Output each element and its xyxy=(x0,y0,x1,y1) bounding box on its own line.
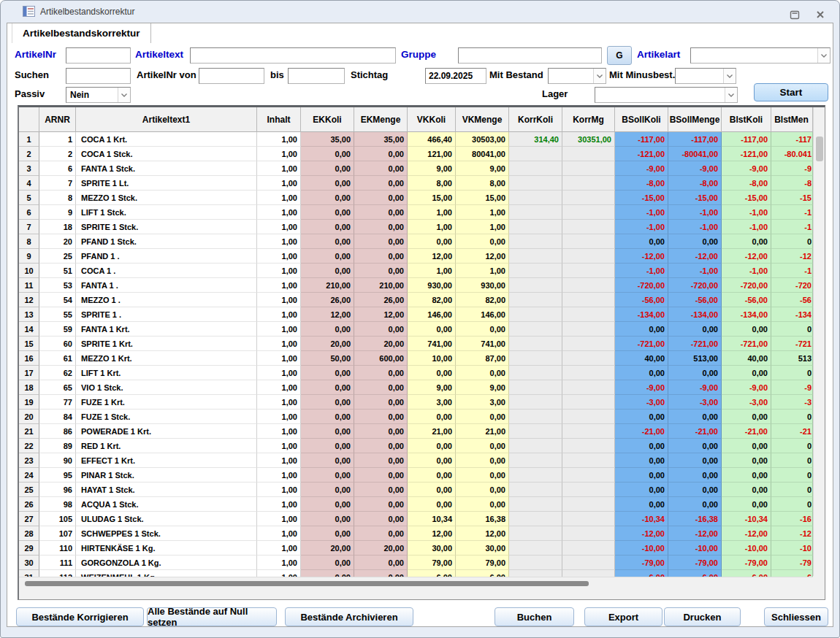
cell[interactable]: 930,00 xyxy=(456,278,509,293)
cell[interactable]: -21,00 xyxy=(668,424,722,439)
cell[interactable]: 15,00 xyxy=(456,191,509,205)
cell[interactable]: 1,00 xyxy=(257,147,301,161)
cell[interactable]: 1,00 xyxy=(257,264,301,278)
cell[interactable]: 8,00 xyxy=(408,176,456,191)
cell[interactable] xyxy=(509,322,562,337)
cell[interactable] xyxy=(562,191,615,205)
cell[interactable]: 16,38 xyxy=(456,512,509,526)
cell[interactable]: 0,00 xyxy=(722,439,771,453)
cell[interactable]: 0,00 xyxy=(301,220,354,234)
cell[interactable]: 0,00 xyxy=(301,264,354,278)
cell[interactable] xyxy=(562,453,615,468)
cell[interactable]: SPRITE 1 . xyxy=(76,307,257,322)
cell[interactable]: 0,00 xyxy=(354,380,408,395)
cell[interactable]: 1,00 xyxy=(257,337,301,351)
gruppe-input[interactable] xyxy=(458,47,602,64)
cell[interactable]: -8 xyxy=(771,176,813,191)
cell[interactable] xyxy=(562,234,615,249)
cell[interactable]: -56,00 xyxy=(668,293,722,307)
cell[interactable]: -79,00 xyxy=(722,556,771,570)
cell[interactable]: -3,00 xyxy=(615,395,668,410)
column-header[interactable]: BSollMenge xyxy=(668,107,722,132)
cell[interactable]: 0 xyxy=(771,439,813,453)
cell[interactable]: 0,00 xyxy=(301,453,354,468)
cell[interactable]: 1,00 xyxy=(257,191,301,205)
cell[interactable]: 59 xyxy=(39,322,76,337)
cell[interactable]: 0,00 xyxy=(668,410,722,424)
cell[interactable]: 0,00 xyxy=(456,453,509,468)
cell[interactable]: 0,00 xyxy=(301,410,354,424)
cell[interactable]: 7 xyxy=(39,176,76,191)
title-bar[interactable]: Artikelbestandskorrektur xyxy=(1,1,839,23)
cell[interactable]: -16 xyxy=(771,512,813,526)
cell[interactable] xyxy=(562,264,615,278)
cell[interactable]: 1,00 xyxy=(257,410,301,424)
cell[interactable]: -117,00 xyxy=(668,132,722,147)
cell[interactable] xyxy=(509,337,562,351)
cell[interactable]: 513,00 xyxy=(668,351,722,366)
cell[interactable]: -134,00 xyxy=(722,307,771,322)
cell[interactable]: 50,00 xyxy=(301,351,354,366)
alle-bestaende-null-button[interactable]: Alle Bestände auf Null setzen xyxy=(147,607,277,626)
cell[interactable]: 77 xyxy=(39,395,76,410)
cell[interactable]: 1,00 xyxy=(408,220,456,234)
cell[interactable]: 1,00 xyxy=(257,395,301,410)
cell[interactable] xyxy=(509,264,562,278)
cell[interactable]: 0,00 xyxy=(354,526,408,541)
row-selector[interactable]: 26 xyxy=(19,497,39,512)
cell[interactable]: 82,00 xyxy=(408,293,456,307)
cell[interactable]: HAYAT 1 Stck. xyxy=(76,483,257,497)
cell[interactable]: 87,00 xyxy=(456,351,509,366)
cell[interactable]: 30351,00 xyxy=(562,132,615,147)
cell[interactable] xyxy=(562,424,615,439)
cell[interactable]: 1,00 xyxy=(257,541,301,556)
row-selector[interactable]: 15 xyxy=(19,337,39,351)
cell[interactable]: 20,00 xyxy=(301,337,354,351)
cell[interactable]: 12,00 xyxy=(456,526,509,541)
cell[interactable] xyxy=(562,526,615,541)
row-selector[interactable]: 18 xyxy=(19,380,39,395)
cell[interactable]: -1,00 xyxy=(668,205,722,220)
cell[interactable]: 12,00 xyxy=(408,526,456,541)
artikeltext-input[interactable] xyxy=(190,47,396,64)
cell[interactable]: 8,00 xyxy=(456,176,509,191)
cell[interactable]: 0,00 xyxy=(301,161,354,176)
cell[interactable]: 0 xyxy=(771,468,813,483)
cell[interactable] xyxy=(509,497,562,512)
cell[interactable]: 0,00 xyxy=(615,483,668,497)
cell[interactable] xyxy=(562,468,615,483)
cell[interactable]: -3,00 xyxy=(668,395,722,410)
cell[interactable]: SPRITE 1 Lt. xyxy=(76,176,257,191)
cell[interactable]: 0,00 xyxy=(301,191,354,205)
cell[interactable]: 1,00 xyxy=(257,556,301,570)
cell[interactable]: -16,38 xyxy=(668,512,722,526)
cell[interactable]: -79,00 xyxy=(615,556,668,570)
column-header[interactable]: KorrKoli xyxy=(509,107,562,132)
cell[interactable]: -9 xyxy=(771,380,813,395)
cell[interactable]: 111 xyxy=(39,556,76,570)
cell[interactable]: 54 xyxy=(39,293,76,307)
cell[interactable]: -10,34 xyxy=(615,512,668,526)
suchen-input[interactable] xyxy=(66,68,131,84)
cell[interactable]: ACQUA 1 Stck. xyxy=(76,497,257,512)
cell[interactable]: 0,00 xyxy=(354,191,408,205)
cell[interactable]: -56,00 xyxy=(615,293,668,307)
cell[interactable]: 0,00 xyxy=(354,424,408,439)
cell[interactable] xyxy=(509,526,562,541)
cell[interactable]: 0 xyxy=(771,453,813,468)
cell[interactable]: 930,00 xyxy=(408,278,456,293)
cell[interactable] xyxy=(562,439,615,453)
cell[interactable]: 0,00 xyxy=(354,161,408,176)
cell[interactable]: 0,00 xyxy=(615,468,668,483)
cell[interactable]: 0,00 xyxy=(354,147,408,161)
cell[interactable]: 90 xyxy=(39,453,76,468)
cell[interactable]: 600,00 xyxy=(354,351,408,366)
cell[interactable]: 0,00 xyxy=(354,249,408,264)
cell[interactable]: 0,00 xyxy=(301,526,354,541)
cell[interactable]: -121,00 xyxy=(722,147,771,161)
chevron-down-icon[interactable] xyxy=(723,69,736,83)
cell[interactable] xyxy=(509,541,562,556)
cell[interactable]: 30,00 xyxy=(456,541,509,556)
cell[interactable]: 0,00 xyxy=(301,147,354,161)
cell[interactable]: -1,00 xyxy=(615,205,668,220)
